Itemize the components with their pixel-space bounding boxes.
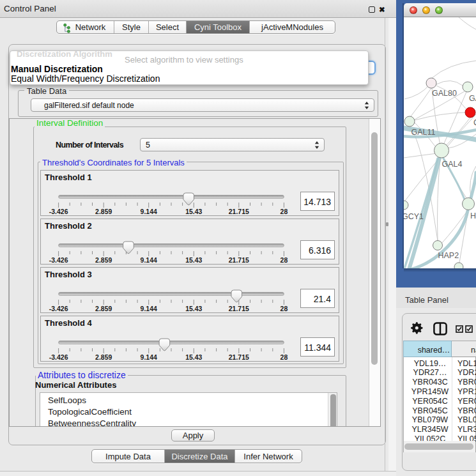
svg-text:28: 28 bbox=[280, 305, 288, 312]
svg-text:15.43: 15.43 bbox=[185, 353, 202, 361]
svg-text:15.43: 15.43 bbox=[185, 208, 202, 215]
svg-text:2.859: 2.859 bbox=[95, 208, 112, 215]
svg-text:HAP2: HAP2 bbox=[438, 251, 459, 260]
svg-text:GCY1: GCY1 bbox=[404, 212, 424, 221]
svg-text:GAL80: GAL80 bbox=[432, 89, 457, 98]
svg-text:21.715: 21.715 bbox=[229, 208, 249, 215]
svg-text:21.715: 21.715 bbox=[229, 353, 249, 361]
svg-text:-3.426: -3.426 bbox=[49, 256, 68, 264]
svg-text:GAL11: GAL11 bbox=[411, 128, 436, 137]
svg-text:9.144: 9.144 bbox=[141, 256, 157, 264]
svg-text:2.859: 2.859 bbox=[95, 256, 112, 264]
svg-text:9.144: 9.144 bbox=[141, 208, 157, 215]
svg-text:28: 28 bbox=[280, 353, 288, 361]
svg-text:28: 28 bbox=[280, 256, 288, 264]
svg-text:C: C bbox=[473, 118, 476, 127]
svg-text:-3.426: -3.426 bbox=[49, 353, 68, 361]
svg-text:GA: GA bbox=[469, 94, 476, 103]
svg-text:GAL4: GAL4 bbox=[442, 160, 463, 169]
svg-text:9.144: 9.144 bbox=[141, 305, 157, 312]
svg-text:21.715: 21.715 bbox=[229, 256, 249, 264]
svg-text:9.144: 9.144 bbox=[141, 353, 157, 361]
svg-text:21.715: 21.715 bbox=[229, 305, 249, 312]
svg-text:15.43: 15.43 bbox=[185, 305, 202, 312]
svg-text:-3.426: -3.426 bbox=[49, 208, 68, 215]
svg-text:-3.426: -3.426 bbox=[49, 305, 68, 312]
svg-text:28: 28 bbox=[280, 208, 288, 215]
svg-text:2.859: 2.859 bbox=[95, 305, 112, 312]
svg-text:2.859: 2.859 bbox=[95, 353, 112, 361]
svg-text:H: H bbox=[470, 211, 476, 220]
svg-text:15.43: 15.43 bbox=[185, 256, 202, 264]
